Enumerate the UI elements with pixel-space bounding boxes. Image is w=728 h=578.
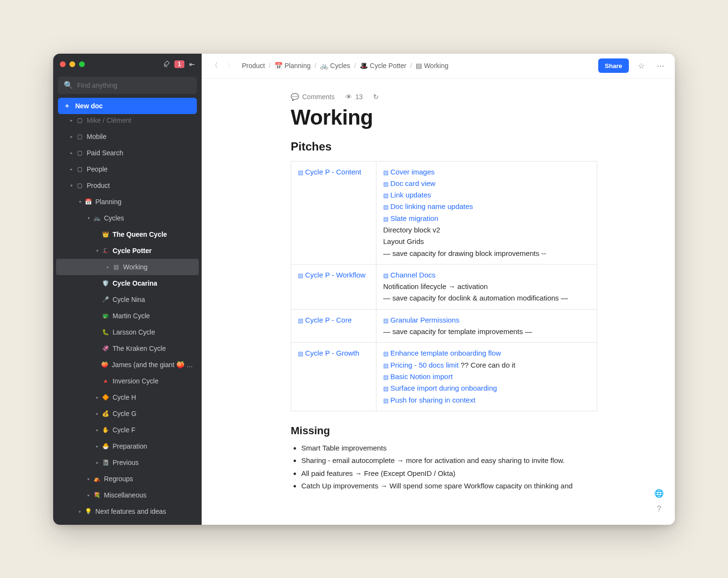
minimize-icon[interactable] — [69, 61, 75, 67]
globe-icon[interactable]: 🌐 — [654, 488, 664, 499]
refresh-icon[interactable]: ↻ — [373, 93, 379, 101]
sidebar-item[interactable]: 💡Next features and ideas — [53, 503, 202, 520]
doc-link[interactable]: Doc card view — [383, 179, 435, 187]
doc-link[interactable]: Channel Docs — [383, 271, 435, 279]
sidebar-item[interactable]: 🐣Preparation — [53, 438, 202, 454]
sidebar-item-label: Cycle Ocarina — [113, 279, 157, 287]
doc-link[interactable]: Cycle P - Content — [298, 168, 361, 176]
chevron-icon[interactable] — [85, 216, 92, 220]
item-icon: 🎩 — [101, 247, 110, 254]
sidebar-item[interactable]: ⛺Regroups — [53, 471, 202, 487]
doc-link[interactable]: Link updates — [383, 191, 431, 199]
maximize-icon[interactable] — [79, 61, 85, 67]
sidebar-item[interactable]: 🔺Inversion Cycle — [53, 373, 202, 389]
item-icon: ⛺ — [92, 475, 101, 482]
nav-back-button[interactable]: 〈 — [209, 60, 220, 71]
sidebar-item[interactable]: 📅Planning — [53, 194, 202, 210]
sidebar-item-label: The Kraken Cycle — [113, 345, 166, 352]
doc-link[interactable]: Pricing - 50 docs limit — [383, 361, 459, 369]
chevron-icon[interactable] — [93, 428, 101, 432]
sidebar-item-label: Martin Cycle — [113, 312, 150, 320]
search-field[interactable] — [77, 81, 191, 89]
sidebar-item[interactable]: 🎤Cycle Nina — [53, 291, 202, 308]
sidebar-item[interactable]: 🎩Cycle Potter — [53, 243, 202, 259]
sidebar-item[interactable]: ▢Mike / Clément — [53, 112, 202, 128]
sidebar-item-label: Cycle G — [113, 410, 136, 417]
breadcrumb-item[interactable]: 📅 Planning — [274, 62, 310, 69]
sidebar-item[interactable]: 🍑James (and the giant 🍑 Cy… — [53, 357, 202, 373]
chevron-icon[interactable] — [68, 118, 75, 123]
doc-link[interactable]: Push for sharing in context — [383, 396, 476, 404]
sidebar-item[interactable]: ▢Product — [53, 177, 202, 194]
chevron-icon[interactable] — [104, 265, 112, 269]
chevron-icon[interactable] — [68, 134, 75, 139]
sidebar-item[interactable]: 🛡️Cycle Ocarina — [53, 275, 202, 291]
sidebar-item[interactable]: 🚲Cycles — [53, 210, 202, 226]
chevron-icon[interactable] — [76, 509, 84, 514]
chevron-icon[interactable] — [93, 395, 101, 400]
breadcrumb-item[interactable]: Product — [242, 62, 265, 69]
chevron-icon[interactable] — [93, 248, 101, 253]
sidebar-item[interactable]: 📓Previous — [53, 454, 202, 471]
sidebar-item-label: Inversion Cycle — [113, 377, 159, 385]
views-count[interactable]: 👁13 — [345, 93, 363, 101]
titlebar-actions: 🏷 1 ⇤ — [163, 60, 195, 68]
star-icon[interactable]: ☆ — [635, 59, 648, 72]
sidebar-item[interactable]: ▢Paid Search — [53, 145, 202, 161]
sidebar-item[interactable]: 👑The Queen Cycle — [53, 226, 202, 243]
chevron-icon[interactable] — [68, 167, 75, 172]
sidebar-item[interactable]: 🔶Cycle H — [53, 389, 202, 405]
doc-link[interactable]: Surface import during onboarding — [383, 384, 497, 392]
sidebar-item[interactable]: 🐲Martin Cycle — [53, 308, 202, 324]
sidebar-item[interactable]: ✋Cycle F — [53, 422, 202, 438]
chevron-icon[interactable] — [68, 183, 75, 188]
doc-link[interactable]: Granular Permissions — [383, 316, 459, 324]
chevron-icon[interactable] — [93, 444, 101, 449]
search-input[interactable]: 🔍 — [58, 77, 197, 94]
doc-link[interactable]: Enhance template onboarding flow — [383, 349, 501, 357]
collapse-sidebar-icon[interactable]: ⇤ — [189, 60, 195, 68]
sidebar-item[interactable]: ▢People — [53, 161, 202, 177]
breadcrumb-item[interactable]: 🎩 Cycle Potter — [360, 62, 406, 69]
app-window: 🏷 1 ⇤ 🔍 ＋ New doc ▢Mike / Clément▢Mobile… — [53, 54, 675, 525]
chevron-icon[interactable] — [85, 476, 92, 481]
help-icon[interactable]: ? — [654, 504, 664, 514]
sidebar-item[interactable]: 💰Cycle G — [53, 405, 202, 422]
item-icon: 🎤 — [101, 296, 110, 303]
chevron-icon[interactable] — [93, 411, 101, 416]
chevron-icon[interactable] — [93, 460, 101, 465]
chevron-icon[interactable] — [76, 199, 84, 204]
sidebar-item[interactable]: ▢Mobile — [53, 128, 202, 145]
breadcrumb-item[interactable]: 🚲 Cycles — [320, 62, 350, 69]
doc-link[interactable]: Cycle P - Growth — [298, 349, 359, 357]
item-icon: ▢ — [75, 150, 84, 156]
sidebar-item[interactable]: 🦑The Kraken Cycle — [53, 340, 202, 357]
doc-link[interactable]: Basic Notion import — [383, 372, 453, 381]
doc-link[interactable]: Cycle P - Workflow — [298, 271, 365, 279]
close-icon[interactable] — [60, 61, 66, 67]
sidebar-item[interactable]: 🐛Larsson Cycle — [53, 324, 202, 340]
doc-link[interactable]: Cover images — [383, 168, 435, 176]
item-icon: ▢ — [75, 133, 84, 140]
sidebar-item-label: Regroups — [104, 475, 133, 483]
page-meta: 💬Comments 👁13 ↻ — [291, 93, 597, 101]
share-button[interactable]: Share — [598, 58, 629, 73]
doc-link[interactable]: Slate migration — [383, 214, 438, 222]
content: 💬Comments 👁13 ↻ Working Pitches Cycle P … — [202, 79, 675, 525]
chevron-icon[interactable] — [85, 493, 92, 497]
more-icon[interactable]: ⋯ — [654, 59, 667, 72]
floating-actions: 🌐 ? — [654, 488, 664, 514]
notification-badge[interactable]: 1 — [174, 60, 184, 68]
breadcrumb-item[interactable]: ▤ Working — [416, 62, 448, 69]
chevron-icon[interactable] — [68, 150, 75, 155]
pitches-table: Cycle P - ContentCover imagesDoc card vi… — [291, 161, 597, 411]
item-icon: 🦑 — [101, 345, 110, 352]
nav-forward-button[interactable]: 〉 — [226, 60, 236, 71]
doc-link[interactable]: Cycle P - Core — [298, 316, 352, 324]
comment-icon: 💬 — [291, 93, 299, 101]
tag-icon[interactable]: 🏷 — [161, 59, 171, 69]
doc-link[interactable]: Doc linking name updates — [383, 202, 473, 210]
sidebar-item[interactable]: 💐Miscellaneous — [53, 487, 202, 503]
sidebar-item[interactable]: ▤Working — [56, 259, 199, 275]
comments-button[interactable]: 💬Comments — [291, 93, 335, 101]
